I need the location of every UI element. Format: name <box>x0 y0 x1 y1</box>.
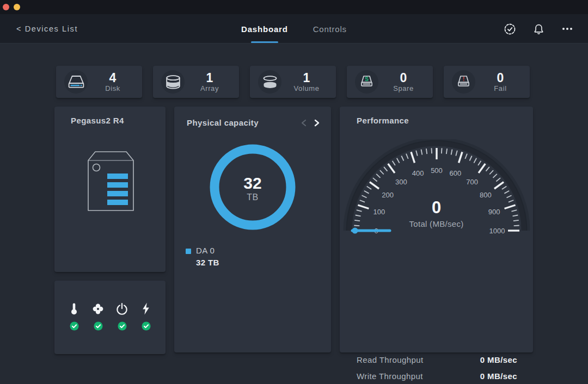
capacity-donut-chart: 32 TB <box>209 144 296 231</box>
disk-drive-icon <box>64 70 88 94</box>
stat-card-array[interactable]: 1 Array <box>153 66 239 98</box>
array-cylinder-icon <box>161 70 185 94</box>
tab-bar: Dashboard Controls <box>0 14 588 44</box>
write-throughput-value: 0 MB/sec <box>480 371 517 382</box>
health-status-card <box>54 281 166 354</box>
disk-label: Disk <box>105 84 120 92</box>
voltage-icon <box>140 301 152 317</box>
spare-label: Spare <box>393 84 414 92</box>
read-throughput-label: Read Throughput <box>357 355 423 366</box>
performance-card-title: Performance <box>357 116 409 125</box>
volume-count: 1 <box>303 71 310 84</box>
fan-icon <box>91 301 105 317</box>
capacity-total-value: 32 <box>243 175 261 192</box>
fail-drive-icon: ! <box>452 70 475 94</box>
ok-check-icon <box>70 321 79 331</box>
volume-discs-icon <box>258 70 281 94</box>
tab-controls[interactable]: Controls <box>313 14 347 44</box>
navbar: < Devices List Dashboard Controls <box>0 14 588 44</box>
notifications-bell-icon[interactable] <box>532 22 545 35</box>
chevron-left-icon[interactable] <box>299 119 308 127</box>
health-item-temperature[interactable] <box>62 301 86 331</box>
svg-text:700: 700 <box>466 178 478 186</box>
temperature-icon <box>68 301 81 317</box>
metric-row-read: Read Throughput 0 MB/sec <box>357 355 517 366</box>
health-item-fan[interactable] <box>86 301 110 331</box>
svg-text:500: 500 <box>431 166 443 175</box>
write-throughput-label: Write Throughput <box>357 371 423 382</box>
device-card[interactable]: Pegasus2 R4 <box>54 107 166 272</box>
power-icon <box>115 301 129 317</box>
legend-name: DA 0 <box>196 246 215 255</box>
capacity-card-title: Physical capacity <box>187 118 259 127</box>
spare-drive-icon: S <box>355 70 378 94</box>
disk-count: 4 <box>109 71 117 84</box>
stat-card-fail[interactable]: ! 0 Fail <box>444 66 530 98</box>
ok-check-icon <box>94 321 103 331</box>
read-throughput-value: 0 MB/sec <box>480 355 517 366</box>
gauge-value-label: Total (MB/sec) <box>340 219 533 228</box>
svg-text:400: 400 <box>412 169 424 177</box>
health-item-power[interactable] <box>110 301 134 331</box>
tab-dashboard[interactable]: Dashboard <box>241 14 288 44</box>
fail-count: 0 <box>497 71 504 84</box>
svg-text:S: S <box>365 76 369 82</box>
legend-value: 32 TB <box>196 258 219 267</box>
stat-card-spare[interactable]: S 0 Spare <box>347 66 433 98</box>
stat-card-disk[interactable]: 4 Disk <box>56 66 142 98</box>
chevron-right-icon[interactable] <box>313 119 321 127</box>
tab-controls-label: Controls <box>313 24 347 34</box>
tab-dashboard-label: Dashboard <box>241 24 288 34</box>
ok-check-icon <box>118 321 127 331</box>
app-window: < Devices List Dashboard Controls <box>0 0 588 384</box>
gauge-needle <box>352 228 390 234</box>
device-chassis-illustration <box>54 107 166 272</box>
active-tab-underline <box>251 41 278 43</box>
physical-capacity-card: Physical capacity 32 TB DA 0 32 TB <box>174 107 331 352</box>
array-label: Array <box>200 84 219 92</box>
ok-check-icon <box>142 321 151 331</box>
status-check-icon[interactable] <box>503 22 516 35</box>
performance-card: Performance 0100200300400500600700800900… <box>340 107 533 352</box>
spare-count: 0 <box>400 71 407 84</box>
navbar-actions <box>503 14 574 44</box>
more-ellipsis-icon[interactable] <box>561 22 574 35</box>
capacity-total-unit: TB <box>247 193 258 202</box>
metric-row-write: Write Throughput 0 MB/sec <box>357 371 517 382</box>
volume-label: Volume <box>294 84 320 92</box>
svg-text:600: 600 <box>449 169 461 177</box>
svg-text:300: 300 <box>395 178 407 186</box>
fail-label: Fail <box>494 84 506 92</box>
gauge-value: 0 <box>340 198 533 218</box>
legend-swatch <box>186 249 191 254</box>
close-window-button[interactable] <box>3 4 9 10</box>
array-count: 1 <box>206 71 213 84</box>
svg-text:!: ! <box>463 76 465 82</box>
titlebar <box>0 0 588 14</box>
stat-card-volume[interactable]: 1 Volume <box>250 66 336 98</box>
minimize-window-button[interactable] <box>14 4 20 10</box>
health-item-voltage[interactable] <box>134 301 158 331</box>
